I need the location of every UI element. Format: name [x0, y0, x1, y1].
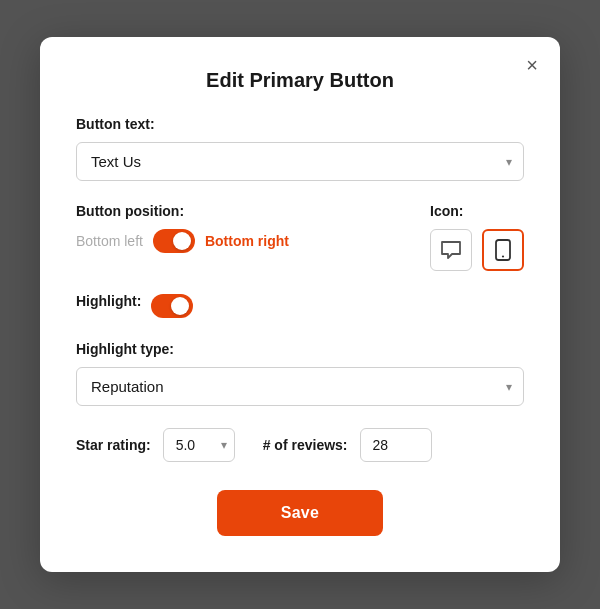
button-text-select-wrapper: Text Us Contact Us Call Us ▾: [76, 142, 524, 181]
button-text-select[interactable]: Text Us Contact Us Call Us: [76, 142, 524, 181]
icon-col: Icon:: [430, 203, 524, 271]
star-reviews-row: Star rating: 5.0 4.5 4.0 3.5 ▾ # of revi…: [76, 428, 524, 462]
edit-primary-button-modal: × Edit Primary Button Button text: Text …: [40, 37, 560, 572]
icon-row: [430, 229, 524, 271]
reviews-input[interactable]: [360, 428, 432, 462]
chat-icon-button[interactable]: [430, 229, 472, 271]
mobile-icon-button[interactable]: [482, 229, 524, 271]
highlight-row: Highlight:: [76, 293, 524, 319]
position-icon-section: Button position: Bottom left Bottom righ…: [76, 203, 524, 271]
position-toggle-row: Bottom left Bottom right: [76, 229, 289, 253]
chat-icon: [440, 240, 462, 260]
close-button[interactable]: ×: [522, 51, 542, 79]
mobile-icon: [494, 239, 512, 261]
highlight-toggle[interactable]: [151, 294, 193, 318]
highlight-type-section: Highlight type: Reputation Rating Review…: [76, 341, 524, 406]
save-button[interactable]: Save: [217, 490, 384, 536]
highlight-toggle-slider: [151, 294, 193, 318]
position-icon-row: Button position: Bottom left Bottom righ…: [76, 203, 524, 271]
reviews-label: # of reviews:: [263, 437, 348, 453]
button-text-label: Button text:: [76, 116, 524, 132]
star-rating-select-wrapper: 5.0 4.5 4.0 3.5 ▾: [163, 428, 235, 462]
star-rating-label: Star rating:: [76, 437, 151, 453]
bottom-left-label: Bottom left: [76, 233, 143, 249]
highlight-section: Highlight:: [76, 293, 524, 319]
star-rating-select[interactable]: 5.0 4.5 4.0 3.5: [163, 428, 235, 462]
highlight-type-select-wrapper: Reputation Rating Reviews ▾: [76, 367, 524, 406]
highlight-type-label: Highlight type:: [76, 341, 524, 357]
icon-section-label: Icon:: [430, 203, 463, 219]
highlight-label: Highlight:: [76, 293, 141, 309]
position-toggle-slider: [153, 229, 195, 253]
position-col: Button position: Bottom left Bottom righ…: [76, 203, 289, 253]
highlight-type-select[interactable]: Reputation Rating Reviews: [76, 367, 524, 406]
svg-point-1: [502, 255, 504, 257]
button-position-label: Button position:: [76, 203, 289, 219]
button-text-section: Button text: Text Us Contact Us Call Us …: [76, 116, 524, 181]
position-toggle[interactable]: [153, 229, 195, 253]
modal-title: Edit Primary Button: [76, 69, 524, 92]
bottom-right-label: Bottom right: [205, 233, 289, 249]
